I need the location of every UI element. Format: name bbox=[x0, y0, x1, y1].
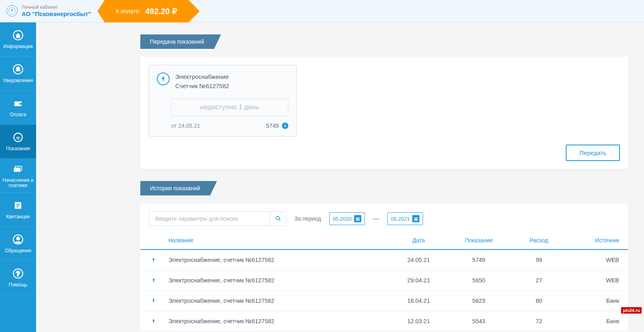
svg-rect-6 bbox=[14, 167, 20, 172]
service-name: Электроснабжение bbox=[175, 72, 229, 82]
history-section-title: История показаний bbox=[140, 181, 210, 195]
svg-rect-18 bbox=[153, 322, 154, 323]
history-table-body: Электроснабжение, счетчик №6127582 24.05… bbox=[140, 250, 628, 332]
sidebar-item-label: Начисления и платежи bbox=[2, 178, 34, 188]
svg-rect-16 bbox=[153, 281, 154, 282]
history-filters: За период 05.2020 ▦ — 05.2021 ▦ bbox=[140, 211, 628, 231]
doc-icon bbox=[12, 199, 24, 212]
cell-name: Электроснабжение, счетчик №6127582 bbox=[168, 318, 391, 324]
home-icon bbox=[12, 29, 24, 42]
history-panel: За период 05.2020 ▦ — 05.2021 ▦ Название… bbox=[140, 203, 628, 332]
meter-card: Электроснабжение Счетчик №6127582 недост… bbox=[148, 65, 297, 137]
watermark: pln24.ru bbox=[621, 307, 642, 314]
svg-rect-17 bbox=[153, 301, 154, 303]
cell-reading: 5623 bbox=[447, 298, 511, 304]
plug-icon bbox=[149, 317, 158, 326]
sidebar-item-label: Квитанции bbox=[6, 214, 30, 219]
cell-usage: 27 bbox=[511, 277, 567, 284]
col-reading: Показание bbox=[447, 237, 511, 243]
plug-icon bbox=[149, 276, 158, 285]
calendar-icon: ▦ bbox=[354, 215, 361, 222]
sidebar-item-notifications[interactable]: Уведомления bbox=[0, 56, 36, 91]
col-date: Дата bbox=[391, 237, 447, 243]
svg-point-10 bbox=[17, 237, 20, 240]
plug-icon bbox=[157, 72, 170, 85]
sidebar-item-requests[interactable]: Обращения bbox=[0, 227, 36, 261]
date-from-picker[interactable]: 05.2020 ▦ bbox=[329, 212, 365, 225]
svg-rect-4 bbox=[20, 103, 22, 105]
last-reading-date: от 24.05.21 bbox=[171, 123, 200, 129]
meter-icon bbox=[12, 131, 24, 144]
date-to-picker[interactable]: 05.2021 ▦ bbox=[387, 212, 423, 225]
readings-section-title: Передача показаний bbox=[140, 34, 214, 49]
main-content: Передача показаний Электроснабжение Счет… bbox=[36, 22, 644, 332]
col-name: Название bbox=[149, 237, 391, 243]
sidebar-item-label: Показания bbox=[6, 146, 30, 151]
svg-text:?: ? bbox=[16, 270, 20, 277]
calendar-icon: ▦ bbox=[412, 215, 419, 222]
sidebar-item-label: Обращения bbox=[5, 248, 31, 254]
date-range-dash: — bbox=[373, 215, 379, 222]
cell-usage: 80 bbox=[511, 298, 567, 304]
col-source: Источник bbox=[567, 237, 619, 243]
svg-rect-15 bbox=[153, 260, 154, 262]
logo-block[interactable]: Личный кабинет АО "Псковэнергосбыт" bbox=[6, 5, 91, 17]
sidebar-item-help[interactable]: ? Помощь bbox=[0, 261, 36, 295]
cell-usage: 99 bbox=[511, 257, 567, 263]
user-icon bbox=[12, 233, 24, 246]
header-left: Личный кабинет АО "Псковэнергосбыт" bbox=[0, 5, 97, 17]
search-box bbox=[149, 211, 286, 226]
cell-usage: 72 bbox=[511, 318, 567, 324]
cell-source: WEB bbox=[567, 277, 619, 284]
svg-rect-13 bbox=[163, 79, 163, 81]
table-row[interactable]: Электроснабжение, счетчик №6127582 12.03… bbox=[140, 311, 628, 332]
date-to-value: 05.2021 bbox=[391, 216, 410, 222]
cards-icon bbox=[12, 163, 24, 175]
readings-panel: Электроснабжение Счетчик №6127582 недост… bbox=[140, 57, 628, 169]
history-table-header: Название Дата Показание Расход Источник bbox=[140, 231, 628, 250]
cell-source: Банк bbox=[567, 318, 619, 324]
cell-source: WEB bbox=[567, 257, 619, 263]
sidebar-item-receipts[interactable]: Квитанции bbox=[0, 193, 36, 227]
cell-reading: 5650 bbox=[447, 277, 511, 284]
payment-banner[interactable]: К оплате: 492.20 ₽ bbox=[105, 0, 188, 22]
date-from-value: 05.2020 bbox=[333, 216, 352, 222]
reading-input[interactable]: недоступно 1 день bbox=[171, 99, 288, 116]
sidebar-item-info[interactable]: Информация bbox=[0, 22, 36, 56]
sidebar-item-label: Помощь bbox=[9, 282, 27, 288]
plug-icon bbox=[149, 296, 158, 305]
table-row[interactable]: Электроснабжение, счетчик №6127582 16.04… bbox=[140, 291, 628, 311]
submit-button[interactable]: Передать bbox=[566, 145, 620, 161]
cell-date: 16.04.21 bbox=[391, 298, 447, 304]
cell-date: 29.04.21 bbox=[391, 277, 447, 284]
sidebar-item-label: Оплата bbox=[10, 112, 26, 117]
table-row[interactable]: Электроснабжение, счетчик №6127582 24.05… bbox=[140, 250, 628, 270]
period-label: За период bbox=[294, 215, 321, 222]
search-input[interactable] bbox=[150, 212, 270, 225]
payment-label: К оплате: bbox=[116, 8, 140, 14]
header: Личный кабинет АО "Псковэнергосбыт" К оп… bbox=[0, 0, 644, 22]
table-row[interactable]: Электроснабжение, счетчик №6127582 29.04… bbox=[140, 270, 628, 291]
sidebar-item-payment[interactable]: Оплата bbox=[0, 91, 36, 125]
plug-icon bbox=[149, 256, 158, 264]
payment-amount: 492.20 ₽ bbox=[145, 6, 177, 16]
logo-title: АО "Псковэнергосбыт" bbox=[22, 10, 91, 17]
sidebar-item-label: Информация bbox=[3, 44, 32, 49]
meter-label: Счетчик №6127582 bbox=[175, 82, 229, 91]
bell-icon bbox=[12, 63, 24, 76]
help-icon: ? bbox=[12, 267, 24, 280]
cell-source: Банк bbox=[567, 298, 619, 304]
logo-icon bbox=[6, 5, 18, 16]
cell-name: Электроснабжение, счетчик №6127582 bbox=[168, 298, 391, 304]
cell-name: Электроснабжение, счетчик №6127582 bbox=[168, 257, 391, 263]
cell-reading: 5543 bbox=[447, 318, 511, 324]
cell-date: 12.03.21 bbox=[391, 318, 447, 324]
logo-subtitle: Личный кабинет bbox=[22, 5, 91, 10]
sidebar-item-readings[interactable]: Показания bbox=[0, 125, 36, 159]
sidebar-item-charges[interactable]: Начисления и платежи bbox=[0, 159, 36, 193]
cell-reading: 5749 bbox=[447, 257, 511, 263]
sidebar-item-label: Уведомления bbox=[3, 78, 33, 83]
search-button[interactable] bbox=[270, 212, 286, 225]
last-reading-value: 5749 bbox=[266, 123, 279, 129]
clear-icon[interactable]: ✕ bbox=[282, 123, 288, 129]
